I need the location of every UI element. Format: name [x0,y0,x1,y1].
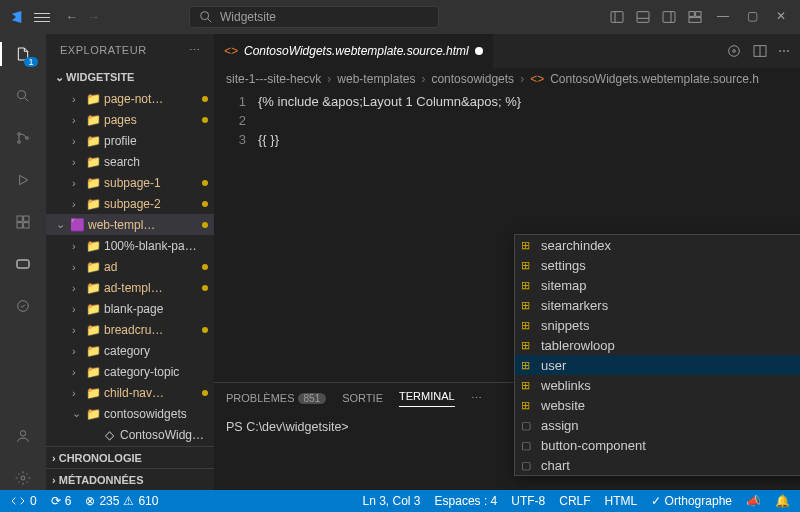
activity-bar: 1 [0,34,46,490]
status-encoding[interactable]: UTF-8 [511,494,545,508]
command-center-search[interactable]: Widgetsite [189,6,439,28]
file-tree: ›📁page-not…›📁pages›📁profile›📁search›📁sub… [46,88,214,446]
suggestion-item[interactable]: ⊞website [515,395,800,415]
layout-left-icon[interactable] [609,9,625,25]
tree-item[interactable]: ›📁profile [46,130,214,151]
code-editor[interactable]: 1 2 3 {% include &apos;Layout 1 Column&a… [214,90,800,382]
svg-rect-14 [24,223,29,228]
svg-rect-2 [637,12,649,23]
tree-item[interactable]: ›📁breadcru… [46,319,214,340]
nav-forward-icon[interactable]: → [88,10,100,24]
window-minimize-icon[interactable]: — [713,9,733,25]
suggestion-item[interactable]: ⊞settings [515,255,800,275]
tree-item[interactable]: ›📁pages [46,109,214,130]
svg-point-7 [18,91,26,99]
activity-debug-icon[interactable] [11,168,35,192]
window-close-icon[interactable]: ✕ [772,9,790,25]
suggestion-item[interactable]: ⊞tablerowloop [515,335,800,355]
tree-item[interactable]: ›📁child-nav… [46,382,214,403]
tree-item[interactable]: ›📁category [46,340,214,361]
status-indent[interactable]: Espaces : 4 [435,494,498,508]
tree-item[interactable]: ›📁subpage-1 [46,172,214,193]
tree-item[interactable]: ⌄🟪web-templ… [46,214,214,235]
nav-back-icon[interactable]: ← [66,10,78,24]
suggestion-item[interactable]: ⊞sitemap [515,275,800,295]
svg-rect-13 [17,223,22,228]
activity-search-icon[interactable] [11,84,35,108]
hamburger-icon[interactable] [34,13,50,22]
suggestion-item[interactable]: ⊞user [515,355,800,375]
tree-item[interactable]: ›📁ad [46,256,214,277]
tree-item[interactable]: ›📁search [46,151,214,172]
suggestion-item[interactable]: ⊞searchindex [515,235,800,255]
explorer-sidebar: EXPLORATEUR ⋯ ⌄WIDGETSITE ›📁page-not…›📁p… [46,34,214,490]
activity-settings-icon[interactable] [11,466,35,490]
editor-area: <> ContosoWidgets.webtemplate.source.htm… [214,34,800,490]
activity-extensions-icon[interactable] [11,210,35,234]
status-feedback-icon[interactable]: 📣 [746,494,761,508]
tab-label: ContosoWidgets.webtemplate.source.html [244,44,469,58]
tab-split-icon[interactable] [752,43,768,59]
suggestion-item[interactable]: ▢button-componentButton-Component [515,435,800,455]
tree-item[interactable]: ›📁100%-blank-pa… [46,235,214,256]
svg-point-17 [20,431,25,436]
sidebar-root[interactable]: ⌄WIDGETSITE [46,66,214,88]
breadcrumb[interactable]: site-1---site-hecvk› web-templates› cont… [214,68,800,90]
status-language[interactable]: HTML [605,494,638,508]
activity-power-icon[interactable] [11,252,35,276]
panel-tab-output[interactable]: SORTIE [342,392,383,404]
panel-tab-terminal[interactable]: TERMINAL [399,390,455,407]
window-maximize-icon[interactable]: ▢ [743,9,762,25]
suggestion-item[interactable]: ▢assignAffectation [515,415,800,435]
svg-rect-15 [17,260,29,268]
title-bar: ← → Widgetsite — ▢ ✕ [0,0,800,34]
tree-item[interactable]: ⌄📁contosowidgets [46,403,214,424]
status-spell[interactable]: ✓ Orthographe [651,494,732,508]
svg-point-8 [18,133,21,136]
sidebar-section-timeline[interactable]: › CHRONOLOGIE [46,446,214,468]
vscode-logo-icon [10,9,26,25]
svg-point-0 [201,12,209,20]
sidebar-more-icon[interactable]: ⋯ [189,44,201,57]
tree-item[interactable]: ›📁category-topic [46,361,214,382]
activity-explorer-icon[interactable]: 1 [11,42,35,66]
layout-custom-icon[interactable] [687,9,703,25]
intellisense-popup[interactable]: ⊞searchindex⊞settings⊞sitemap⊞sitemarker… [514,234,800,476]
svg-rect-1 [611,12,623,23]
panel-more-icon[interactable]: ⋯ [471,392,482,405]
tab-more-icon[interactable]: ⋯ [778,44,790,58]
svg-rect-12 [24,216,29,221]
sidebar-section-metadata[interactable]: › MÉTADONNÉES [46,468,214,490]
activity-scm-icon[interactable] [11,126,35,150]
status-remote[interactable]: 0 [10,493,37,509]
status-eol[interactable]: CRLF [559,494,590,508]
tab-preview-icon[interactable] [726,43,742,59]
tree-item[interactable]: ›📁subpage-2 [46,193,214,214]
svg-rect-5 [696,12,701,17]
status-bell-icon[interactable]: 🔔 [775,494,790,508]
suggestion-item[interactable]: ⊞weblinks [515,375,800,395]
suggestion-item[interactable]: ▢chartGraphique [515,455,800,475]
status-cursor-pos[interactable]: Ln 3, Col 3 [363,494,421,508]
status-bar: 0 ⟳ 6 ⊗ 235 ⚠ 610 Ln 3, Col 3 Espaces : … [0,490,800,512]
editor-tab-active[interactable]: <> ContosoWidgets.webtemplate.source.htm… [214,34,494,68]
search-icon [198,9,214,25]
tree-item[interactable]: ›📁ad-templ… [46,277,214,298]
status-errors[interactable]: ⊗ 235 ⚠ 610 [85,494,158,508]
suggestion-item[interactable]: ⊞snippets [515,315,800,335]
tree-item[interactable]: ›📁blank-page [46,298,214,319]
html-file-icon: <> [224,44,238,58]
svg-point-16 [18,301,29,312]
status-sync[interactable]: ⟳ 6 [51,494,72,508]
layout-right-icon[interactable] [661,9,677,25]
svg-point-20 [733,50,736,53]
suggestion-item[interactable]: ⊞sitemarkers [515,295,800,315]
tree-item[interactable]: ◇ContosoWidg… [46,424,214,445]
svg-rect-3 [663,12,675,23]
tree-item[interactable]: ›📁page-not… [46,88,214,109]
layout-bottom-icon[interactable] [635,9,651,25]
svg-rect-4 [689,12,694,17]
panel-tab-problems[interactable]: PROBLÈMES 851 [226,392,326,404]
activity-test-icon[interactable] [11,294,35,318]
activity-account-icon[interactable] [11,424,35,448]
